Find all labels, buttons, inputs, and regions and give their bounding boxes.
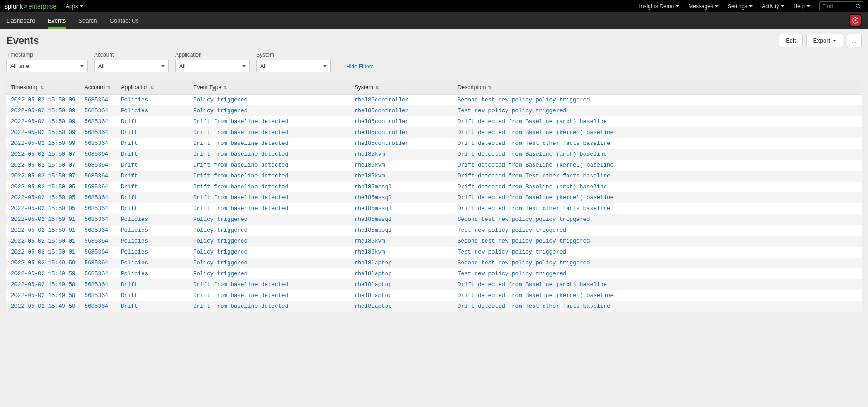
cell-evt[interactable]: Drift from baseline detected — [189, 279, 350, 290]
cell-link[interactable]: 5685364 — [85, 271, 109, 277]
table-row[interactable]: 2022-05-02 15:49:585685364DriftDrift fro… — [6, 290, 862, 301]
cell-app[interactable]: Policies — [116, 236, 189, 247]
cell-link[interactable]: 5685364 — [85, 216, 109, 223]
cell-evt[interactable]: Drift from baseline detected — [189, 138, 350, 149]
cell-desc[interactable]: Second test new policy policy triggered — [453, 258, 862, 268]
cell-app[interactable]: Policies — [116, 105, 189, 116]
cell-sys[interactable]: rhel85controller — [350, 95, 453, 106]
cell-ts[interactable]: 2022-05-02 15:50:05 — [6, 192, 80, 203]
cell-ts[interactable]: 2022-05-02 15:50:01 — [6, 236, 80, 247]
cell-evt[interactable]: Policy triggered — [189, 214, 350, 225]
cell-app[interactable]: Policies — [116, 214, 189, 225]
cell-desc[interactable]: Second test new policy policy triggered — [453, 236, 862, 247]
cell-link[interactable]: Policies — [121, 238, 148, 244]
cell-evt[interactable]: Drift from baseline detected — [189, 182, 350, 192]
cell-link[interactable]: rhel8laptop — [354, 260, 392, 266]
column-header-timestamp[interactable]: Timestamp⇅ — [6, 81, 80, 95]
cell-link[interactable]: rhel85controller — [354, 108, 409, 114]
table-row[interactable]: 2022-05-02 15:50:095685364PoliciesPolicy… — [6, 95, 862, 106]
cell-link[interactable]: rhel85kvm — [354, 238, 385, 244]
cell-desc[interactable]: Drift detected from Baseline (kernel) ba… — [453, 160, 862, 171]
cell-link[interactable]: Policies — [121, 249, 148, 255]
cell-link[interactable]: 2022-05-02 15:50:07 — [11, 162, 76, 168]
cell-link[interactable]: 2022-05-02 15:49:58 — [11, 292, 76, 299]
cell-acc[interactable]: 5685364 — [80, 182, 117, 192]
cell-link[interactable]: 2022-05-02 15:49:59 — [11, 260, 76, 266]
cell-acc[interactable]: 5685364 — [80, 279, 117, 290]
cell-link[interactable]: Drift detected from Baseline (kernel) ba… — [458, 292, 614, 299]
cell-link[interactable]: Policy triggered — [193, 97, 248, 103]
cell-desc[interactable]: Drift detected from Baseline (arch) base… — [453, 116, 862, 127]
cell-link[interactable]: 2022-05-02 15:50:09 — [11, 119, 76, 125]
column-header-event-type[interactable]: Event Type⇅ — [189, 81, 350, 95]
cell-link[interactable]: 2022-05-02 15:50:01 — [11, 227, 76, 234]
table-row[interactable]: 2022-05-02 15:50:095685364DriftDrift fro… — [6, 127, 862, 138]
cell-link[interactable]: Policy triggered — [193, 227, 248, 234]
cell-evt[interactable]: Policy triggered — [189, 258, 350, 268]
cell-ts[interactable]: 2022-05-02 15:49:58 — [6, 290, 80, 301]
cell-app[interactable]: Policies — [116, 247, 189, 258]
cell-link[interactable]: 2022-05-02 15:50:01 — [11, 238, 76, 244]
cell-link[interactable]: Drift detected from Baseline (kernel) ba… — [458, 162, 614, 168]
cell-link[interactable]: 2022-05-02 15:50:01 — [11, 249, 76, 255]
cell-link[interactable]: 5685364 — [85, 97, 109, 103]
cell-link[interactable]: rhel8laptop — [354, 271, 392, 277]
cell-link[interactable]: Drift from baseline detected — [193, 303, 288, 310]
cell-app[interactable]: Drift — [116, 149, 189, 160]
export-button[interactable]: Export — [806, 34, 844, 47]
cell-link[interactable]: 2022-05-02 15:49:58 — [11, 303, 76, 310]
cell-acc[interactable]: 5685364 — [80, 95, 117, 106]
cell-desc[interactable]: Test new policy policy triggered — [453, 225, 862, 236]
table-row[interactable]: 2022-05-02 15:50:015685364PoliciesPolicy… — [6, 247, 862, 258]
cell-sys[interactable]: rhel85kvm — [350, 247, 453, 258]
cell-acc[interactable]: 5685364 — [80, 258, 117, 268]
brand-logo[interactable]: splunk > enterprise — [5, 3, 57, 10]
cell-link[interactable]: Drift — [121, 206, 138, 212]
cell-link[interactable]: Policies — [121, 271, 148, 277]
cell-app[interactable]: Drift — [116, 116, 189, 127]
tab-search[interactable]: Search — [78, 13, 97, 29]
cell-link[interactable]: 5685364 — [85, 108, 109, 114]
cell-link[interactable]: rhel85controller — [354, 140, 409, 147]
cell-app[interactable]: Drift — [116, 301, 189, 312]
cell-link[interactable]: Policy triggered — [193, 216, 248, 223]
cell-desc[interactable]: Drift detected from Baseline (arch) base… — [453, 149, 862, 160]
cell-evt[interactable]: Policy triggered — [189, 247, 350, 258]
cell-link[interactable]: 5685364 — [85, 173, 109, 179]
cell-evt[interactable]: Policy triggered — [189, 95, 350, 106]
apps-menu[interactable]: Apps — [66, 3, 83, 10]
cell-link[interactable]: Policies — [121, 97, 148, 103]
cell-link[interactable]: 5685364 — [85, 151, 109, 158]
cell-link[interactable]: 2022-05-02 15:50:05 — [11, 184, 76, 190]
cell-sys[interactable]: rhel85mssql — [350, 182, 453, 192]
cell-link[interactable]: rhel85mssql — [354, 206, 392, 212]
cell-link[interactable]: 2022-05-02 15:50:05 — [11, 206, 76, 212]
global-find[interactable] — [819, 1, 863, 11]
cell-app[interactable]: Drift — [116, 182, 189, 192]
cell-link[interactable]: 5685364 — [85, 140, 109, 147]
cell-link[interactable]: Drift from baseline detected — [193, 151, 288, 158]
cell-evt[interactable]: Drift from baseline detected — [189, 290, 350, 301]
cell-sys[interactable]: rhel85kvm — [350, 149, 453, 160]
cell-sys[interactable]: rhel85controller — [350, 138, 453, 149]
sort-icon[interactable]: ⇅ — [150, 85, 154, 90]
cell-ts[interactable]: 2022-05-02 15:50:09 — [6, 95, 80, 106]
cell-app[interactable]: Drift — [116, 160, 189, 171]
cell-link[interactable]: Policy triggered — [193, 271, 248, 277]
cell-link[interactable]: Drift — [121, 151, 138, 158]
cell-evt[interactable]: Drift from baseline detected — [189, 192, 350, 203]
cell-desc[interactable]: Drift detected from Test other facts bas… — [453, 203, 862, 214]
table-row[interactable]: 2022-05-02 15:50:095685364PoliciesPolicy… — [6, 105, 862, 116]
cell-acc[interactable]: 5685364 — [80, 138, 117, 149]
topnav-insights-demo[interactable]: Insights Demo — [639, 3, 680, 10]
cell-link[interactable]: Drift from baseline detected — [193, 206, 288, 212]
cell-ts[interactable]: 2022-05-02 15:50:01 — [6, 247, 80, 258]
cell-link[interactable]: 5685364 — [85, 249, 109, 255]
cell-link[interactable]: Policy triggered — [193, 249, 248, 255]
cell-app[interactable]: Drift — [116, 171, 189, 182]
sort-icon[interactable]: ⇅ — [107, 85, 110, 90]
cell-link[interactable]: Drift — [121, 303, 138, 310]
cell-link[interactable]: 2022-05-02 15:50:09 — [11, 97, 76, 103]
column-header-account[interactable]: Account⇅ — [80, 81, 117, 95]
cell-acc[interactable]: 5685364 — [80, 290, 117, 301]
